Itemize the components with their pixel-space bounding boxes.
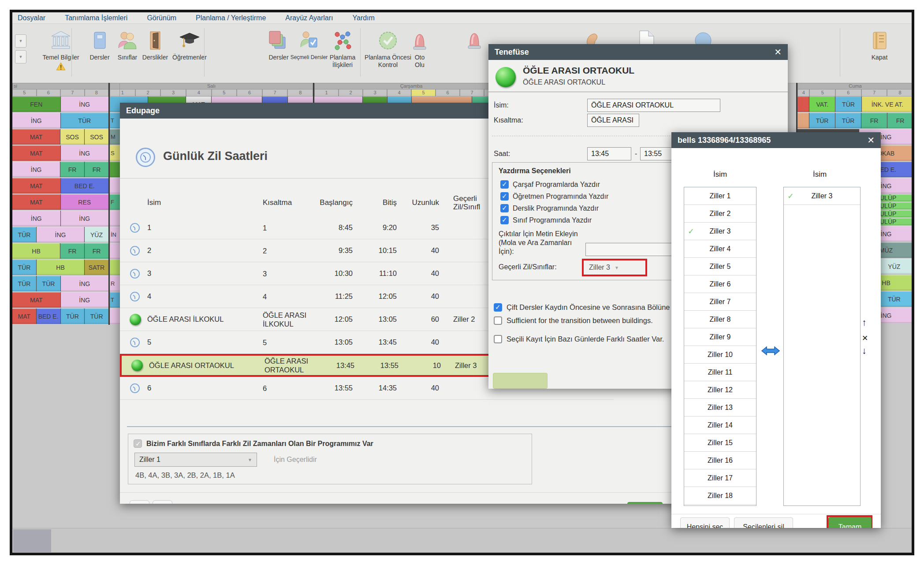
print-option-row[interactable]: Derslik Programında Yazdır — [500, 204, 599, 212]
period-number-cell[interactable]: 6 — [237, 89, 262, 97]
menu-item[interactable]: Tanımlama İşlemleri — [65, 14, 127, 22]
bells-list-item[interactable]: Ziller 9 — [684, 328, 756, 346]
bells-list-item[interactable]: Ziller 3 — [684, 223, 756, 240]
bells-list-item[interactable]: Ziller 7 — [684, 293, 756, 311]
period-number-cell[interactable]: 8 — [85, 89, 109, 97]
close-icon[interactable] — [867, 136, 875, 145]
period-number-cell[interactable]: 7 — [262, 89, 288, 97]
timetable-cell[interactable]: FR — [60, 162, 84, 177]
timetable-cell[interactable]: MAT — [12, 309, 36, 324]
timetable-cell[interactable]: YÜZ — [876, 259, 913, 274]
timetable-cell[interactable] — [797, 97, 809, 112]
print-option-row[interactable]: Öğretmen Programında Yazdır — [500, 192, 608, 201]
checkbox[interactable] — [494, 335, 502, 343]
timetable-cell[interactable]: TÜR — [12, 227, 36, 242]
period-number-cell[interactable]: 8 — [287, 89, 313, 97]
remove-icon[interactable] — [862, 332, 868, 343]
bells-select-dropdown[interactable]: Ziller 1 — [134, 453, 257, 467]
bells-list-item[interactable]: Ziller 14 — [684, 416, 756, 434]
timetable-cell[interactable]: İNG — [61, 211, 109, 226]
period-number-cell[interactable]: 5 — [411, 89, 436, 97]
timetable-cell[interactable]: İNG — [12, 211, 60, 226]
period-number-cell[interactable]: 1 — [314, 89, 339, 97]
print-option-row[interactable]: Çarşaf Programlarda Yazdır — [500, 180, 600, 189]
bells-ok-button[interactable]: Tamam — [828, 517, 872, 528]
timetable-cell[interactable]: TÜR — [12, 260, 36, 275]
timetable-cell[interactable]: FR — [887, 113, 913, 128]
timetable-cell[interactable]: RES — [61, 194, 109, 210]
building-transition-option[interactable]: Sufficient for the transition between bu… — [494, 316, 653, 325]
move-down-icon[interactable] — [862, 346, 867, 356]
timetable-cell[interactable]: MAT — [12, 145, 60, 161]
timetable-cell[interactable]: MAT — [12, 292, 60, 308]
tenefuse-ok-button[interactable] — [493, 373, 548, 389]
timetable-cell[interactable]: T — [110, 292, 120, 308]
timetable-cell[interactable]: TÜR — [876, 291, 913, 307]
menu-item[interactable]: Görünüm — [147, 14, 176, 22]
column-header-bitis[interactable]: Bitiş — [353, 198, 397, 207]
timetable-cell[interactable]: İNG — [61, 97, 109, 112]
timetable-cell[interactable]: R — [110, 276, 120, 291]
timetable-cell[interactable]: İNG — [61, 276, 108, 291]
timetable-cell[interactable]: TÜR — [12, 276, 36, 291]
period-number-cell[interactable]: 4 — [387, 89, 411, 97]
timetable-cell[interactable] — [110, 260, 120, 275]
tenefuse-dialog-titlebar[interactable]: Tenefüse — [488, 44, 788, 60]
timetable-cell[interactable]: TÜR — [835, 113, 861, 128]
edupage-ok-button[interactable]: Tamam — [627, 502, 663, 504]
timetable-cell[interactable] — [797, 113, 809, 128]
print-option-row[interactable]: Sınıf Programında Yazdır — [500, 216, 592, 224]
timetable-cell[interactable]: SOS — [60, 129, 84, 145]
checkbox[interactable] — [494, 316, 502, 325]
bells-list-item[interactable]: Ziller 1 — [684, 187, 756, 205]
close-icon[interactable] — [774, 48, 782, 56]
clock-back-icon[interactable] — [136, 148, 155, 167]
bells-list-item[interactable]: Ziller 15 — [684, 434, 756, 452]
checkbox[interactable] — [500, 216, 509, 224]
swap-arrows-icon[interactable] — [761, 345, 780, 359]
timetable-cell[interactable]: S — [110, 145, 120, 161]
menu-item[interactable]: Arayüz Ayarları — [285, 14, 333, 22]
timetable-cell[interactable]: İNG — [61, 292, 109, 308]
period-number-cell[interactable]: 5 — [212, 89, 237, 97]
period-number-cell[interactable]: 2 — [339, 89, 363, 97]
period-number-cell[interactable]: 6 — [835, 89, 861, 97]
timetable-cell[interactable]: FR — [861, 113, 887, 128]
timetable-cell[interactable]: TÜR — [37, 276, 60, 291]
timetable-cell[interactable]: VAT. — [809, 97, 835, 112]
period-number-cell[interactable]: 7 — [60, 89, 85, 97]
isim-input[interactable]: ÖĞLE ARASI ORTAOKUL — [587, 99, 720, 112]
timetable-cell[interactable]: HB — [37, 260, 84, 275]
bells-list-item[interactable]: Ziller 5 — [684, 258, 756, 275]
timetable-cell[interactable]: M — [110, 129, 120, 145]
bells-list-item[interactable]: Ziller 2 — [684, 205, 756, 223]
timetable-cell[interactable]: İNG — [61, 145, 109, 161]
checkbox[interactable] — [494, 303, 502, 312]
period-number-cell[interactable]: 4 — [186, 89, 212, 97]
toolbar-button-otomatik[interactable]: Oto Olu — [404, 29, 435, 69]
column-header-kisaltma[interactable]: Kısaltma — [263, 198, 315, 207]
timetable-cell[interactable]: SOS — [85, 129, 108, 145]
kisaltma-input[interactable]: ÖĞLE ARASI — [587, 114, 639, 127]
timetable-cell[interactable] — [110, 309, 120, 324]
timetable-cell[interactable]: İNG — [12, 113, 60, 128]
column-header-baslangic[interactable]: Başlangıç — [315, 198, 353, 207]
different-bells-checkbox[interactable] — [134, 439, 142, 448]
timetable-cell[interactable]: MAT — [12, 129, 60, 145]
period-number-cell[interactable]: 6 — [37, 89, 61, 97]
menu-item[interactable]: Yardım — [353, 14, 375, 22]
timetable-cell[interactable]: TÜR — [809, 113, 835, 128]
timetable-cell[interactable]: FR — [60, 243, 84, 259]
undo-button[interactable] — [130, 500, 149, 504]
different-times-option[interactable]: Seçili Kayıt İçin Bazı Günlerde Farklı S… — [494, 335, 664, 343]
timetable-cell[interactable]: BED E. — [37, 309, 60, 324]
period-number-cell[interactable]: 3 — [160, 89, 186, 97]
siren-icon[interactable] — [464, 29, 484, 52]
timetable-cell[interactable]: MAT — [12, 178, 60, 193]
toolbar-button-kapat[interactable]: Kapat — [853, 29, 906, 61]
bells-list-item[interactable]: Ziller 12 — [684, 381, 756, 399]
bells-list-item[interactable]: Ziller 17 — [684, 469, 756, 487]
print-text-input[interactable] — [585, 243, 682, 256]
bells-list-item[interactable]: Ziller 4 — [684, 240, 756, 258]
timetable-cell[interactable]: YÜZ — [85, 227, 108, 242]
